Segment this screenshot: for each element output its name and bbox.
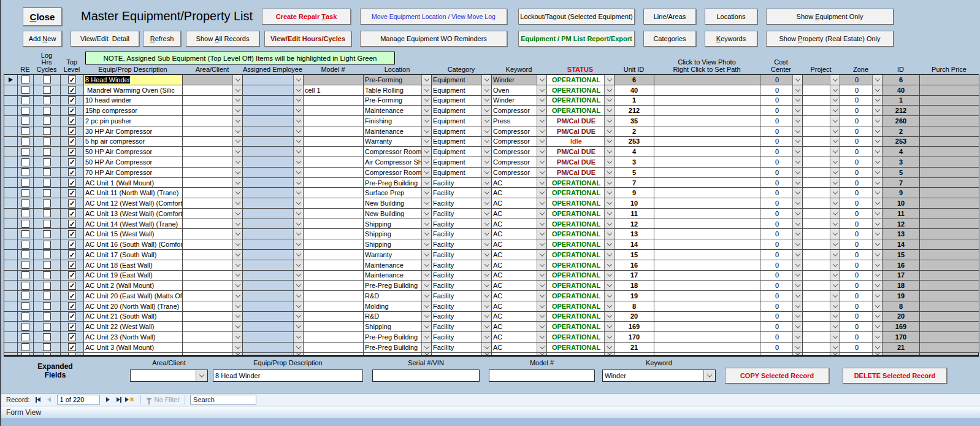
chevron-down-icon[interactable] bbox=[604, 312, 614, 322]
row-selector[interactable] bbox=[4, 301, 18, 312]
area-client-combobox[interactable] bbox=[183, 291, 243, 301]
unit-id-field[interactable]: 212 bbox=[614, 106, 654, 116]
zone-combobox-value[interactable]: 0 bbox=[840, 157, 872, 167]
model-field[interactable] bbox=[304, 260, 364, 271]
equip-description-field[interactable]: AC Unit 19 (East Wall) bbox=[84, 271, 183, 281]
cost-center-combobox-value[interactable]: 0 bbox=[760, 239, 792, 249]
project-combobox-value[interactable] bbox=[803, 178, 830, 188]
unit-id-field[interactable]: 20 bbox=[614, 312, 654, 322]
equip-description-field[interactable]: 50 HP Air Compressor bbox=[84, 147, 183, 157]
area-client-combobox-value[interactable] bbox=[183, 229, 232, 239]
chevron-down-icon[interactable] bbox=[537, 198, 546, 208]
chevron-down-icon[interactable] bbox=[872, 178, 882, 188]
chevron-down-icon[interactable] bbox=[830, 168, 840, 177]
photo-cell[interactable] bbox=[654, 126, 760, 137]
assigned-employee-combobox[interactable] bbox=[243, 178, 304, 188]
row-selector[interactable] bbox=[4, 229, 18, 239]
assigned-employee-combobox[interactable] bbox=[243, 198, 304, 209]
assigned-employee-combobox-value[interactable] bbox=[243, 198, 293, 208]
project-combobox[interactable] bbox=[803, 209, 840, 219]
chevron-down-icon[interactable] bbox=[537, 260, 546, 270]
zone-combobox[interactable]: 0 bbox=[840, 260, 882, 271]
assigned-employee-combobox[interactable] bbox=[243, 157, 304, 168]
area-client-combobox-value[interactable] bbox=[183, 116, 232, 126]
photo-cell[interactable] bbox=[654, 239, 760, 250]
chevron-down-icon[interactable] bbox=[481, 75, 491, 85]
cost-center-combobox-value[interactable]: 0 bbox=[760, 137, 792, 147]
area-client-combobox-value[interactable] bbox=[183, 343, 232, 352]
row-selector[interactable] bbox=[4, 250, 18, 260]
zone-combobox-value[interactable]: 0 bbox=[840, 260, 872, 270]
location-combobox[interactable] bbox=[364, 353, 432, 355]
photo-cell[interactable] bbox=[654, 291, 760, 301]
chevron-down-icon[interactable] bbox=[232, 343, 242, 352]
unit-id-field[interactable]: 1 bbox=[614, 96, 654, 106]
category-combobox-value[interactable]: Facility bbox=[432, 250, 481, 260]
area-client-combobox[interactable] bbox=[183, 157, 243, 168]
location-combobox-value[interactable]: Warranty bbox=[364, 137, 421, 147]
chevron-down-icon[interactable] bbox=[537, 281, 546, 290]
zone-combobox-value[interactable]: 0 bbox=[840, 239, 872, 249]
chevron-down-icon[interactable] bbox=[830, 106, 840, 115]
location-combobox-value[interactable]: Maintenance bbox=[364, 126, 421, 136]
chevron-down-icon[interactable] bbox=[830, 239, 840, 249]
cost-center-combobox[interactable]: 0 bbox=[760, 250, 803, 260]
area-client-combobox[interactable] bbox=[183, 229, 243, 239]
re-checkbox[interactable] bbox=[18, 281, 34, 291]
chevron-down-icon[interactable] bbox=[830, 250, 840, 260]
log-hrs-cycles-checkbox[interactable] bbox=[43, 148, 51, 156]
cost-center-combobox-value[interactable]: 0 bbox=[760, 250, 792, 260]
chevron-down-icon[interactable] bbox=[196, 370, 207, 381]
log-hrs-cycles-checkbox[interactable] bbox=[43, 199, 51, 207]
top-level-checkbox[interactable]: ✓ bbox=[61, 343, 84, 353]
keyword-combobox[interactable]: AC bbox=[492, 343, 547, 353]
record-position-box[interactable]: 1 of 220 bbox=[57, 395, 100, 405]
chevron-down-icon[interactable] bbox=[792, 85, 802, 95]
categories-button[interactable]: Categories bbox=[643, 31, 696, 47]
log-hrs-cycles-checkbox[interactable] bbox=[34, 301, 61, 312]
project-combobox-value[interactable] bbox=[803, 312, 830, 322]
cost-center-combobox-value[interactable]: 0 bbox=[760, 281, 792, 290]
category-combobox[interactable]: Facility bbox=[432, 260, 492, 271]
equip-description-field[interactable] bbox=[84, 353, 183, 355]
cost-center-combobox[interactable]: 0 bbox=[760, 209, 803, 219]
status-combobox-value[interactable]: PM/Cal DUE bbox=[547, 116, 604, 126]
zone-combobox-value[interactable]: 0 bbox=[840, 188, 872, 198]
project-combobox[interactable] bbox=[803, 188, 840, 198]
re-checkbox[interactable] bbox=[18, 178, 34, 188]
top-level-checkbox[interactable]: ✓ bbox=[68, 96, 76, 104]
area-client-combobox-value[interactable] bbox=[183, 106, 232, 115]
location-combobox[interactable]: Pre-Forming bbox=[364, 96, 432, 106]
top-level-checkbox[interactable]: ✓ bbox=[68, 117, 76, 125]
status-combobox-value[interactable]: OPERATIONAL bbox=[547, 332, 604, 342]
top-level-checkbox[interactable]: ✓ bbox=[61, 188, 84, 198]
chevron-down-icon[interactable] bbox=[293, 343, 303, 352]
category-combobox-value[interactable]: Equipment bbox=[432, 147, 481, 157]
zone-combobox[interactable]: 0 bbox=[840, 301, 882, 312]
chevron-down-icon[interactable] bbox=[792, 239, 802, 249]
status-combobox[interactable]: OPERATIONAL bbox=[547, 281, 614, 291]
unit-id-field[interactable]: 11 bbox=[614, 209, 654, 219]
assigned-employee-combobox-value[interactable] bbox=[243, 106, 293, 115]
project-combobox-value[interactable] bbox=[803, 106, 830, 115]
cost-center-combobox[interactable]: 0 bbox=[760, 322, 803, 332]
expanded-area-client-combobox[interactable] bbox=[130, 370, 208, 382]
assigned-employee-combobox[interactable] bbox=[243, 239, 304, 250]
chevron-down-icon[interactable] bbox=[293, 260, 303, 270]
equip-description-field[interactable]: AC Unit 22 (West Wall) bbox=[84, 322, 183, 332]
photo-cell[interactable] bbox=[654, 188, 760, 198]
location-combobox[interactable]: Maintenance bbox=[364, 260, 432, 271]
chevron-down-icon[interactable] bbox=[872, 219, 882, 229]
location-combobox[interactable]: Surface Prep bbox=[364, 188, 432, 198]
keyword-combobox-value[interactable]: Compressor bbox=[492, 137, 537, 147]
area-client-combobox[interactable] bbox=[183, 198, 243, 209]
chevron-down-icon[interactable] bbox=[537, 147, 546, 157]
re-checkbox[interactable] bbox=[18, 96, 34, 106]
chevron-down-icon[interactable] bbox=[481, 106, 491, 115]
top-level-checkbox[interactable]: ✓ bbox=[61, 147, 84, 157]
top-level-checkbox[interactable]: ✓ bbox=[61, 209, 84, 219]
area-client-combobox-value[interactable] bbox=[183, 198, 232, 208]
chevron-down-icon[interactable] bbox=[232, 332, 242, 342]
row-selector[interactable] bbox=[4, 281, 18, 291]
re-checkbox[interactable] bbox=[21, 353, 29, 355]
